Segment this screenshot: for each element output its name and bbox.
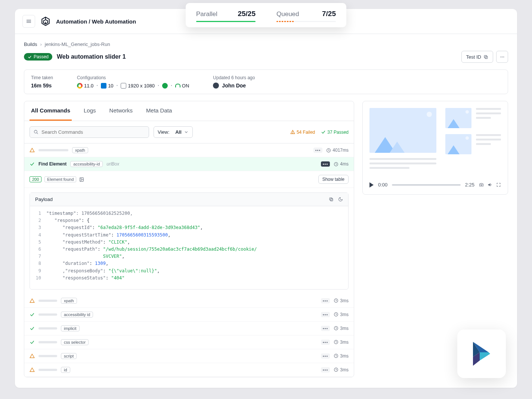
clock-icon [334, 326, 338, 331]
check-icon [321, 130, 326, 134]
warning-icon [30, 353, 35, 359]
preview-thumbnail [369, 108, 436, 153]
queued-value: 7/25 [322, 10, 336, 18]
search-input[interactable] [41, 129, 145, 135]
avatar [213, 83, 219, 89]
parallel-label: Parallel [196, 10, 217, 18]
camera-icon[interactable] [479, 182, 484, 187]
copy-icon [483, 55, 488, 59]
check-icon [30, 312, 35, 317]
row-more-icon[interactable]: ••• [321, 353, 330, 359]
chevron-right-icon: › [40, 41, 41, 47]
status-code-chip: 200 [30, 176, 41, 182]
svg-point-11 [293, 133, 293, 133]
clock-icon [334, 353, 338, 358]
warning-icon [30, 148, 35, 153]
breadcrumb: Builds › jenkins-ML_Generic_jobs-Run [24, 41, 508, 47]
svg-point-5 [500, 56, 501, 57]
command-sub-row: 200 Element found Show table [24, 171, 354, 188]
queued-label: Queued [276, 10, 299, 18]
clock-icon [326, 148, 331, 153]
svg-rect-16 [330, 198, 333, 201]
resolution-icon [121, 83, 126, 89]
svg-rect-3 [485, 56, 488, 59]
fullscreen-icon[interactable] [496, 182, 501, 187]
network-icon [162, 83, 168, 89]
command-row[interactable]: accessibility id•••3ms [24, 308, 354, 322]
page-title: Automation / Web Automation [56, 18, 136, 25]
command-row[interactable]: xpath ••• 4017ms [24, 143, 354, 157]
test-title: Web automation slider 1 [57, 53, 126, 60]
tab-metadata[interactable]: Meta Data [145, 101, 173, 121]
tab-networks[interactable]: Networks [108, 101, 134, 121]
check-icon [30, 340, 35, 345]
command-row[interactable]: css selector•••3ms [24, 335, 354, 349]
chrome-icon [77, 83, 83, 89]
warning-icon [30, 298, 35, 303]
clock-icon [334, 367, 338, 372]
moon-icon[interactable] [338, 197, 343, 202]
row-more-icon[interactable]: ••• [321, 326, 330, 331]
command-row[interactable]: script•••3ms [24, 349, 354, 363]
row-more-icon[interactable]: ••• [321, 312, 330, 317]
row-more-icon[interactable]: ••• [321, 340, 330, 345]
svg-point-8 [34, 130, 37, 133]
player-total-time: 2:25 [465, 182, 474, 188]
command-row[interactable]: id•••3ms [24, 363, 354, 377]
passed-count: 37 Passed [321, 130, 349, 135]
image-icon [79, 177, 84, 182]
warning-icon [290, 130, 295, 134]
player-current-time: 0:00 [378, 182, 387, 188]
svg-point-7 [503, 56, 504, 57]
windows-icon [101, 83, 106, 89]
row-more-icon[interactable]: ••• [321, 298, 330, 303]
player-track[interactable] [392, 184, 460, 186]
chevron-down-icon [184, 130, 189, 134]
status-badge: Passed [24, 53, 52, 61]
user-name: John Doe [222, 83, 246, 89]
check-icon [30, 161, 35, 167]
more-button[interactable] [496, 51, 508, 63]
svg-rect-17 [330, 198, 332, 200]
preview-panel: 0:00 2:25 [362, 101, 508, 195]
command-row-active[interactable]: Find Element accessibility-id urlBox •••… [24, 157, 354, 171]
floating-stats-panel: Parallel 25/25 Queued 7/25 [186, 3, 346, 27]
test-id-button[interactable]: Test ID [461, 51, 493, 63]
show-table-button[interactable]: Show table [318, 175, 349, 184]
row-more-icon[interactable]: ••• [321, 367, 330, 372]
view-dropdown[interactable]: View: All [154, 126, 193, 138]
meta-card: Time taken 16m 59s Configurations 11.0 ·… [24, 69, 508, 94]
menu-button[interactable] [22, 15, 35, 28]
payload-panel: Payload 1"timestamp": 170566560162525200… [30, 192, 349, 290]
tab-logs[interactable]: Logs [82, 101, 98, 121]
warning-icon [30, 367, 35, 372]
play-button[interactable] [369, 182, 374, 188]
time-taken-value: 16m 59s [31, 83, 53, 89]
check-icon [30, 326, 35, 331]
volume-icon[interactable] [488, 182, 492, 187]
svg-rect-4 [484, 55, 487, 58]
failed-count: 54 Failed [290, 130, 315, 135]
copy-icon[interactable] [329, 197, 334, 202]
clock-icon [334, 298, 338, 303]
svg-point-24 [481, 184, 482, 185]
svg-line-9 [37, 133, 38, 134]
tab-all-commands[interactable]: All Commands [30, 101, 72, 121]
clock-icon [334, 162, 338, 167]
command-row[interactable]: xpath•••3ms [24, 294, 354, 308]
app-logo-icon [40, 16, 51, 27]
search-input-wrap[interactable] [30, 126, 149, 138]
clock-icon [334, 340, 338, 344]
row-more-icon[interactable]: ••• [321, 161, 330, 167]
svg-point-15 [81, 178, 81, 179]
preview-thumbnail [445, 108, 471, 128]
command-row[interactable]: implicit•••3ms [24, 322, 354, 335]
search-icon [34, 130, 38, 134]
preview-thumbnail [445, 134, 471, 154]
clock-icon [334, 312, 338, 317]
row-more-icon[interactable]: ••• [313, 148, 323, 153]
brand-logo-fab[interactable] [457, 330, 506, 378]
breadcrumb-root[interactable]: Builds [24, 41, 37, 47]
breadcrumb-current: jenkins-ML_Generic_jobs-Run [45, 41, 110, 47]
parallel-value: 25/25 [238, 10, 256, 18]
